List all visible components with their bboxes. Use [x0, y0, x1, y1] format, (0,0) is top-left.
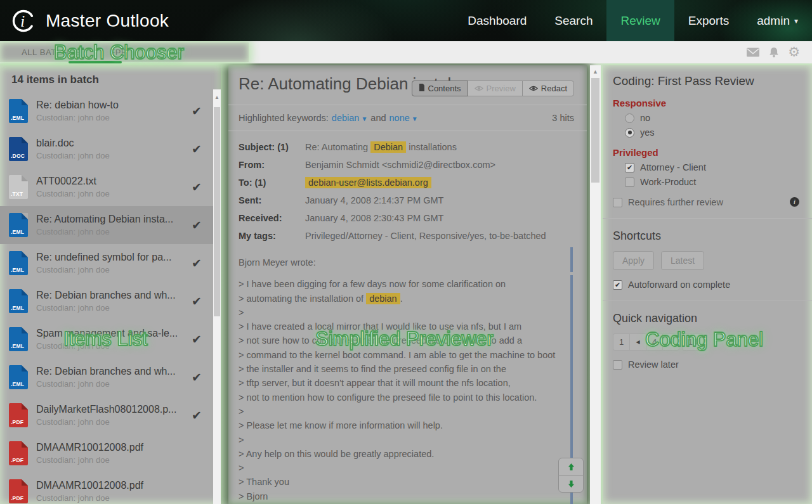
file-ext-label: .DOC — [11, 153, 25, 159]
item-title: DMAAMR10012008.pdf — [36, 480, 202, 491]
nav-item-admin[interactable]: admin▾ — [743, 0, 812, 41]
items-list-scrollbar[interactable]: ▲ — [213, 89, 221, 504]
list-item[interactable]: .EMLRe: Debian branches and wh...Custodi… — [0, 358, 221, 396]
eye-icon — [475, 84, 483, 93]
review-later-checkbox[interactable] — [613, 360, 622, 370]
text-fragment: > Please let me know if more information… — [239, 420, 443, 430]
nav-item-dashboard[interactable]: Dashboard — [454, 0, 540, 41]
page-scrollbar[interactable]: ▲ — [590, 65, 601, 504]
item-title: DMAAMR10012008.pdf — [36, 442, 202, 453]
page-next[interactable]: ▶ — [662, 333, 679, 351]
previewer-panel: Re: Automating Debian installations Cont… — [228, 65, 587, 504]
nav-item-search[interactable]: Search — [540, 0, 606, 41]
keyword-highlight: debian — [366, 293, 400, 304]
info-icon[interactable]: i — [790, 197, 799, 207]
responsive-radio[interactable] — [625, 113, 634, 123]
keywords-row: Highlighted keywords: debian▼ and none▼ … — [228, 105, 587, 131]
list-item[interactable]: .EMLSpam management and sa-le...Custodia… — [0, 320, 221, 358]
keyword-dropdown-2[interactable]: none▼ — [390, 113, 418, 123]
chevron-down-icon: ▼ — [412, 115, 418, 122]
previous-hit-button[interactable] — [558, 458, 584, 475]
gear-icon[interactable]: ⚙ — [788, 46, 800, 59]
apply-button[interactable]: Apply — [613, 251, 654, 270]
body-line: > I have been digging for a few days now… — [239, 277, 577, 291]
list-item[interactable]: .EMLRe: Automating Debian insta...Custod… — [0, 206, 221, 244]
tab-label: Preview — [487, 84, 516, 93]
list-item[interactable]: .EMLRe: debian how-toCustodian: john doe… — [0, 92, 221, 130]
nav-item-review[interactable]: Review — [606, 0, 674, 41]
txt-file-icon: .TXT — [9, 175, 28, 199]
keywords-conjunction: and — [370, 113, 386, 123]
list-item[interactable]: .PDFDMAAMR10012008.pdfCustodian: john do… — [0, 472, 221, 504]
privileged-checkbox[interactable]: ✔ — [625, 163, 634, 172]
items-list-panel: 14 items in batch .EMLRe: debian how-toC… — [0, 65, 221, 504]
text-fragment: Bjorn Meyer wrote: — [239, 257, 316, 268]
privileged-checkbox[interactable] — [625, 178, 634, 187]
document-icon — [419, 84, 425, 93]
text-fragment: > Bjorn — [239, 491, 268, 501]
item-text: DailyMarketFlash08012008.p...Custodian: … — [36, 404, 187, 427]
tab-redact[interactable]: Redact — [522, 81, 574, 96]
top-navbar: i Master Outlook DashboardSearchReviewEx… — [0, 0, 812, 41]
tab-label: Redact — [541, 84, 567, 93]
keyword-dropdown-1[interactable]: debian▼ — [332, 113, 367, 123]
file-ext-label: .EML — [11, 343, 24, 349]
body-line: > not sure how to configure either the p… — [239, 333, 577, 347]
autoforward-checkbox[interactable]: ✔ — [613, 280, 622, 290]
header-value: Privileged/Attorney - Client, Responsive… — [305, 230, 577, 242]
list-item[interactable]: .DOCblair.docCustodian: john doe✔ — [0, 130, 221, 168]
coding-title: Coding: First Pass Review — [613, 74, 802, 88]
tab-label: Contents — [428, 84, 461, 93]
requires-review-row: Requires further review i — [613, 197, 802, 207]
nav-item-exports[interactable]: Exports — [674, 0, 743, 41]
app-logo-icon: i — [11, 8, 36, 34]
text-fragment: Benjamin Schmidt <schmidi2@directbox.com… — [305, 160, 495, 170]
page-current[interactable]: 4 — [646, 333, 663, 351]
text-fragment: installations — [406, 142, 457, 152]
body-line: > — [239, 404, 577, 418]
item-text: Re: Debian branches and wh...Custodian: … — [36, 290, 187, 313]
list-item[interactable]: .EMLRe: Debian branches and wh...Custodi… — [0, 282, 221, 320]
item-custodian: Custodian: john doe — [36, 189, 187, 198]
text-fragment: > I have been digging for a few days now… — [239, 279, 506, 289]
list-item[interactable]: .TXTATT00022.txtCustodian: john doe✔ — [0, 168, 221, 206]
content-area: 14 items in batch .EMLRe: debian how-toC… — [0, 63, 812, 504]
bell-icon[interactable] — [768, 47, 780, 58]
mail-icon[interactable] — [746, 47, 760, 58]
page-first[interactable]: 1 — [613, 333, 630, 351]
scrollbar-thumb[interactable] — [591, 78, 599, 183]
list-item[interactable]: .PDFDailyMarketFlash08012008.p...Custodi… — [0, 396, 221, 434]
brand: i Master Outlook — [0, 8, 169, 34]
tab-preview[interactable]: Preview — [468, 81, 523, 96]
text-fragment: . — [400, 294, 403, 304]
list-item[interactable]: .EMLRe: undefined symbol for pa...Custod… — [0, 244, 221, 282]
chevron-down-icon: ▼ — [361, 115, 367, 122]
hits-count: 3 hits — [552, 113, 574, 123]
item-title: Re: Debian branches and wh... — [36, 366, 187, 377]
batch-count-heading: 14 items in batch — [0, 65, 221, 86]
next-hit-button[interactable] — [558, 475, 584, 493]
batch-active-underline — [69, 61, 122, 63]
scroll-up-icon[interactable]: ▲ — [590, 65, 601, 75]
batch-name-fragment[interactable]: FPR — [110, 48, 128, 57]
text-fragment: > not sure how to configure either the p… — [239, 335, 522, 346]
requires-review-label: Requires further review — [628, 197, 723, 207]
checkmark-icon: ✔ — [192, 218, 202, 232]
scrollbar-thumb[interactable] — [214, 107, 220, 316]
tab-contents[interactable]: Contents — [412, 81, 468, 96]
latest-button[interactable]: Latest — [661, 251, 704, 270]
checkmark-icon: ✔ — [192, 370, 202, 384]
item-custodian: Custodian: john doe — [36, 303, 187, 313]
responsive-radio[interactable] — [625, 128, 634, 138]
eml-file-icon: .EML — [9, 289, 28, 313]
list-item[interactable]: .PDFDMAAMR10012008.pdfCustodian: john do… — [0, 434, 221, 472]
all-batches-label[interactable]: ALL BATCHES — [22, 48, 81, 57]
requires-review-checkbox[interactable] — [613, 198, 622, 207]
text-fragment: > Any help on this would be greatly appr… — [239, 449, 434, 459]
header-label: Sent: — [239, 195, 305, 207]
scroll-up-icon[interactable]: ▲ — [213, 89, 221, 100]
page-last[interactable]: 14 — [682, 333, 704, 351]
preview-scrollbar-segment[interactable] — [570, 247, 573, 272]
page-prev[interactable]: ◀ — [629, 333, 646, 351]
batch-chooser-bar[interactable]: ALL BATCHES FPR — [0, 42, 249, 62]
